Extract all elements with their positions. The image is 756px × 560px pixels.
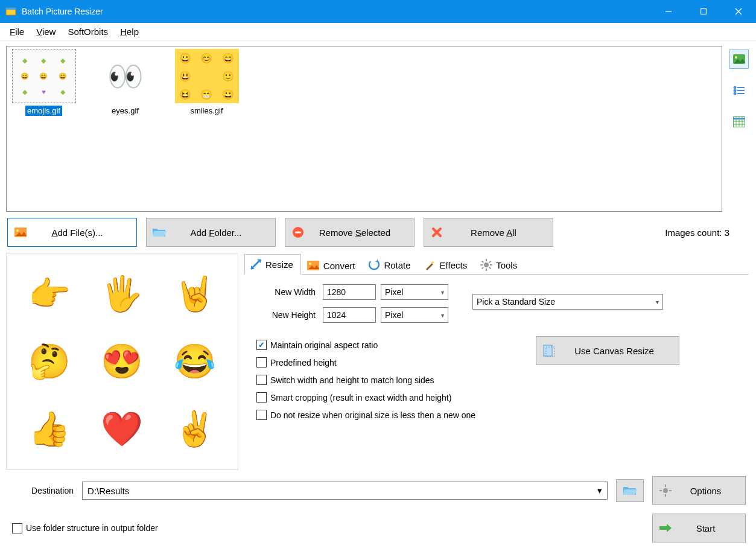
tab-convert[interactable]: Convert [301, 256, 363, 275]
svg-rect-45 [659, 526, 667, 530]
checkbox-label: Maintain original aspect ratio [270, 340, 378, 350]
remove-icon [285, 226, 311, 238]
picture-icon [8, 227, 33, 238]
smart-crop-checkbox[interactable] [256, 392, 267, 402]
svg-rect-37 [489, 261, 491, 263]
browse-button[interactable] [616, 479, 644, 502]
standard-size-combo[interactable]: Pick a Standard Size▾ [472, 294, 663, 310]
view-list-button[interactable] [729, 81, 749, 100]
svg-rect-31 [486, 269, 487, 271]
width-input[interactable] [323, 284, 376, 300]
checkbox-label: Do not resize when original size is less… [270, 410, 475, 420]
close-button[interactable] [721, 0, 756, 23]
canvas-resize-button[interactable]: Use Canvas Resize [536, 336, 679, 365]
add-folder-button[interactable]: Add Folder... [146, 218, 276, 247]
preview-image: 👉🖐️🤘 🤔😍😂 👍❤️✌️ [6, 253, 238, 470]
no-resize-checkbox[interactable] [256, 410, 267, 420]
button-label: Start [678, 523, 745, 533]
svg-rect-43 [659, 490, 662, 491]
view-thumbnails-button[interactable] [729, 49, 749, 69]
tab-label: Convert [323, 261, 355, 271]
button-label: Use Canvas Resize [562, 346, 679, 356]
svg-rect-35 [489, 267, 491, 269]
menu-bar: File View SoftOrbits Help [0, 23, 756, 41]
tab-tools[interactable]: Tools [475, 255, 525, 275]
menu-view[interactable]: View [30, 24, 62, 39]
height-label: New Height [256, 310, 323, 320]
options-button[interactable]: Options [652, 476, 746, 505]
tab-label: Resize [265, 259, 293, 270]
maximize-button[interactable] [686, 0, 721, 23]
width-unit-combo[interactable]: Pixel▾ [381, 284, 448, 300]
button-label: Remove Selected [311, 228, 414, 238]
height-unit-combo[interactable]: Pixel▾ [381, 307, 448, 323]
thumb-label: emojis.gif [25, 106, 62, 116]
svg-point-28 [309, 262, 311, 265]
button-label: Add File(s)... [33, 228, 136, 238]
menu-help[interactable]: Help [114, 24, 145, 39]
switch-wh-checkbox[interactable] [256, 375, 267, 385]
svg-rect-44 [669, 490, 672, 491]
button-label: Remove All [449, 228, 553, 238]
tab-label: Rotate [384, 260, 410, 270]
svg-rect-34 [481, 261, 484, 263]
menu-softorbits[interactable]: SoftOrbits [62, 24, 114, 39]
gear-icon [653, 485, 678, 497]
tab-panel: Resize Convert Rotate Effects Tools [244, 253, 749, 470]
menu-file[interactable]: File [4, 24, 30, 39]
window-controls [651, 0, 756, 23]
tab-resize[interactable]: Resize [244, 254, 301, 275]
width-label: New Width [256, 287, 323, 297]
destination-combo[interactable]: D:\Results ▾ [82, 482, 608, 500]
svg-rect-36 [481, 267, 484, 269]
destination-label: Destination [12, 486, 74, 495]
remove-selected-button[interactable]: Remove Selected [285, 218, 415, 247]
button-label: Options [678, 486, 745, 496]
maintain-aspect-checkbox[interactable] [256, 340, 267, 350]
minimize-button[interactable] [651, 0, 686, 23]
svg-rect-24 [295, 232, 301, 234]
add-files-button[interactable]: Add File(s)... [7, 218, 137, 247]
tab-label: Tools [496, 260, 517, 270]
canvas-icon [536, 344, 562, 357]
svg-rect-30 [486, 259, 487, 261]
folder-structure-checkbox[interactable] [12, 523, 22, 533]
view-grid-button[interactable] [729, 112, 749, 132]
view-sidebar [728, 46, 750, 212]
delete-icon [424, 226, 449, 238]
thumb-label: smiles.gif [188, 106, 224, 116]
tab-rotate[interactable]: Rotate [363, 255, 418, 275]
title-bar: Batch Picture Resizer [0, 0, 756, 23]
svg-rect-33 [490, 264, 492, 266]
tab-effects[interactable]: Effects [419, 255, 475, 275]
svg-rect-3 [701, 9, 707, 14]
checkbox-label: Predefined height [270, 358, 337, 368]
thumb-item-emojis[interactable]: ◆◆◆ 😄😄😄 ◆♥◆ emojis.gif [9, 49, 78, 116]
predefined-height-checkbox[interactable] [256, 357, 267, 368]
svg-point-12 [734, 93, 736, 95]
svg-rect-42 [665, 494, 666, 497]
height-input[interactable] [323, 307, 376, 323]
folder-open-icon [147, 227, 172, 238]
button-label: Add Folder... [172, 228, 275, 238]
svg-point-40 [663, 488, 668, 493]
checkbox-label: Switch width and height to match long si… [270, 375, 434, 385]
images-count-label: Images count: 3 [665, 228, 749, 238]
svg-point-7 [735, 56, 737, 59]
thumb-item-eyes[interactable]: 👀 eyes.gif [91, 49, 160, 116]
chevron-down-icon: ▾ [597, 485, 602, 496]
destination-value: D:\Results [87, 486, 129, 496]
svg-point-10 [734, 90, 736, 92]
svg-rect-41 [665, 485, 666, 487]
play-icon [653, 523, 678, 533]
app-icon [5, 5, 17, 18]
svg-point-8 [734, 87, 736, 89]
svg-rect-38 [544, 345, 552, 356]
thumbnail-panel[interactable]: ◆◆◆ 😄😄😄 ◆♥◆ emojis.gif 👀 eyes.gif 😀😊😄 😃🙂… [6, 46, 722, 212]
start-button[interactable]: Start [652, 514, 746, 542]
tab-label: Effects [440, 260, 468, 270]
svg-rect-1 [6, 8, 16, 10]
tab-content-resize: New Width Pixel▾ New Height Pixel▾ Pick … [244, 274, 749, 469]
thumb-item-smiles[interactable]: 😀😊😄 😃🙂 😆😁😀 smiles.gif [172, 49, 241, 116]
remove-all-button[interactable]: Remove All [424, 218, 553, 247]
